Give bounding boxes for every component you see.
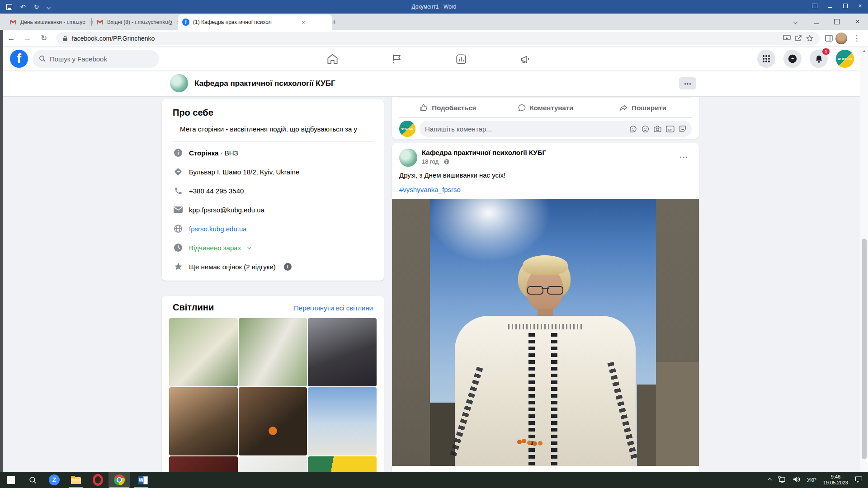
home-icon[interactable] (325, 53, 340, 65)
profile-avatar[interactable]: ФПСРСО (836, 50, 854, 68)
page-website-link[interactable]: fpsrso.kubg.edu.ua (189, 225, 247, 233)
share-icon[interactable] (795, 35, 802, 42)
scrollbar-thumb[interactable] (862, 239, 867, 459)
emoji-icon[interactable] (642, 125, 649, 133)
apps-menu-icon[interactable] (757, 50, 775, 68)
about-row-phone: +380 44 295 3540 (162, 181, 384, 200)
start-button[interactable] (0, 472, 22, 488)
comment-input[interactable]: Напишіть коментар... GIF (420, 121, 692, 137)
avatar-sticker-icon[interactable] (629, 125, 637, 133)
post-more-icon[interactable]: … (676, 149, 692, 161)
page-content: Про себе Мета сторінки - висвітлення под… (0, 96, 868, 472)
post-author[interactable]: Кафедра практичної психології КУБГ (422, 149, 546, 156)
page-scrollbar[interactable]: ▲ (860, 47, 868, 472)
tray-chevron-up-icon[interactable] (768, 477, 771, 483)
photo-thumbnail[interactable] (169, 456, 238, 472)
browser-profile-avatar[interactable] (835, 33, 847, 44)
back-button[interactable]: ← (5, 32, 18, 45)
sticker-icon[interactable] (679, 125, 686, 132)
page-email: kpp.fpsrso@kubg.edu.ua (189, 206, 264, 214)
notifications-bell-icon[interactable]: 1 (810, 50, 828, 68)
chrome-maximize-icon[interactable] (826, 14, 847, 30)
taskbar-zoom-app[interactable] (43, 472, 65, 488)
photo-thumbnail[interactable] (239, 318, 307, 386)
photo-thumbnail[interactable] (239, 456, 307, 472)
facebook-icon (182, 19, 189, 26)
chevron-down-icon[interactable] (247, 245, 252, 249)
tab-close-icon[interactable]: × (301, 19, 306, 26)
word-restore-icon[interactable] (843, 4, 848, 8)
page-avatar[interactable] (170, 74, 188, 92)
photo-thumbnail[interactable] (308, 456, 377, 472)
network-icon[interactable] (778, 476, 786, 484)
page-more-button[interactable]: … (679, 77, 696, 89)
post-timestamp[interactable]: 18 год · (422, 158, 546, 165)
word-minimize-icon[interactable] (828, 7, 832, 8)
browser-menu-icon[interactable]: ⋮ (850, 32, 863, 45)
photos-title: Світлини (173, 302, 214, 313)
side-panel-icon[interactable] (825, 35, 833, 42)
photo-building-right (656, 362, 699, 466)
star-icon (173, 262, 184, 272)
gif-icon[interactable]: GIF (666, 126, 675, 132)
photo-thumbnail[interactable] (308, 387, 377, 455)
reload-button[interactable]: ↻ (37, 32, 51, 45)
chrome-minimize-icon[interactable] (806, 14, 826, 30)
about-row-hours[interactable]: Відчинено зараз (162, 238, 384, 257)
camera-icon[interactable] (654, 126, 661, 132)
photo-thumbnail[interactable] (169, 318, 238, 386)
rating-info-icon[interactable]: i (284, 263, 292, 271)
lock-icon[interactable] (62, 35, 68, 42)
insights-chart-icon[interactable] (453, 53, 469, 65)
see-all-photos-link[interactable]: Переглянути всі світлини (294, 304, 373, 312)
comment-avatar[interactable]: ФПСРСО (399, 121, 415, 137)
photo-thumbnail[interactable] (308, 318, 377, 386)
page-address: Бульвар І. Шамо 18/2, Kyiv, Ukraine (189, 168, 299, 176)
photo-thumbnail[interactable] (169, 387, 238, 455)
post-author-avatar[interactable] (399, 149, 417, 167)
tab-gmail-inbox[interactable]: Вхідні (8) - i.muzychenko@kubg. × (92, 14, 185, 30)
action-center-icon[interactable] (855, 476, 863, 484)
new-tab-button[interactable]: + (328, 16, 340, 28)
ribbon-display-options-icon[interactable] (812, 4, 817, 8)
taskbar-clock[interactable]: 9:46 19.05.2023 (823, 474, 848, 486)
tab-search-icon[interactable] (785, 14, 806, 30)
comment-button[interactable]: Коментувати (497, 103, 594, 112)
facebook-logo[interactable] (10, 50, 28, 68)
install-icon[interactable] (783, 35, 791, 42)
photos-header: Світлини Переглянути всі світлини (173, 302, 373, 313)
gmail-icon (96, 19, 104, 26)
facebook-search-input[interactable]: Пошук у Facebook (33, 50, 159, 68)
bookmark-star-icon[interactable] (806, 35, 813, 42)
svg-text:GIF: GIF (668, 127, 672, 131)
phone-icon (173, 187, 184, 195)
post-photo[interactable] (392, 199, 699, 466)
url-text: facebook.com/PP.Grinchenko (72, 35, 155, 42)
share-button[interactable]: Поширити (594, 103, 692, 112)
taskbar-search-button[interactable] (22, 472, 43, 488)
taskbar-opera[interactable] (87, 472, 108, 488)
language-indicator[interactable]: УКР (807, 477, 816, 483)
post-time-text: 18 год · (422, 158, 442, 165)
opera-icon (93, 474, 103, 486)
tab-facebook-active[interactable]: (1) Кафедра практичної психол × (178, 14, 332, 30)
forward-button[interactable]: → (21, 32, 34, 45)
word-close-icon[interactable]: × (859, 3, 862, 9)
scroll-up-icon[interactable]: ▲ (860, 47, 868, 55)
tab-gmail-vyshyvanka[interactable]: День вишиванки - i.muzychenko × (5, 14, 99, 30)
post-hashtag-link[interactable]: #vyshyvanka_fpsrso (392, 179, 699, 193)
photo-thumbnail[interactable] (239, 387, 307, 455)
like-button[interactable]: Подобається (399, 103, 497, 112)
taskbar-word[interactable] (130, 472, 152, 488)
ad-center-megaphone-icon[interactable] (518, 53, 533, 65)
rating-text: Ще немає оцінок (2 відгуки) (189, 263, 276, 271)
taskbar-chrome-active[interactable] (108, 472, 130, 488)
pages-flag-icon[interactable] (389, 53, 405, 65)
chrome-close-icon[interactable]: × (847, 14, 868, 30)
taskbar-file-explorer[interactable] (65, 472, 87, 488)
about-title: Про себе (173, 108, 373, 118)
address-bar[interactable]: facebook.com/PP.Grinchenko (56, 32, 820, 45)
messenger-icon[interactable] (783, 50, 802, 68)
photo-vyshyvanka-shirt (455, 316, 636, 466)
speaker-icon[interactable] (793, 476, 800, 483)
